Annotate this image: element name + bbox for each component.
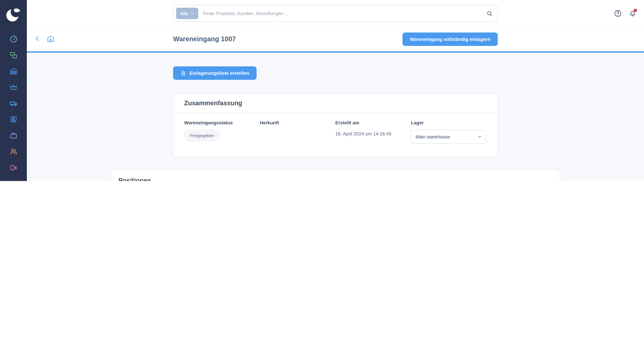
sidebar-item-marketing[interactable] xyxy=(0,176,27,181)
topbar-actions xyxy=(614,0,636,27)
chevron-down-icon xyxy=(190,11,194,15)
sidebar-item-shipping[interactable] xyxy=(0,95,27,111)
field-label: Herkunft xyxy=(260,120,333,125)
products-icon xyxy=(9,51,18,59)
sidebar-item-goods-receipt[interactable] xyxy=(0,79,27,95)
sidebar-item-dashboard[interactable] xyxy=(0,31,27,47)
global-search[interactable]: Alle xyxy=(173,5,498,22)
sidebar-item-warehouse[interactable] xyxy=(0,63,27,79)
search-icon xyxy=(486,10,493,16)
positions-card: Positionen Produktnummer Produktname Lie… xyxy=(111,170,560,181)
briefcase-icon xyxy=(9,131,18,140)
search-input[interactable] xyxy=(198,11,486,16)
sidebar-item-products[interactable] xyxy=(0,47,27,63)
goods-receipt-icon xyxy=(9,83,18,91)
summary-field-created: Erstellt am 16. April 2024 um 14:16:45 xyxy=(335,120,408,144)
field-label: Erstellt am xyxy=(335,120,408,125)
sidebar-item-content[interactable] xyxy=(0,160,27,176)
goods-receipt-home-button[interactable] xyxy=(46,35,55,43)
app-window: P Alle xyxy=(0,0,644,181)
search-scope-label: Alle xyxy=(180,11,188,16)
warehouse-icon xyxy=(9,67,18,75)
page-title: Wareneingang 1007 xyxy=(173,35,236,43)
smartbar: Wareneingang 1007 Wareneingang vollständ… xyxy=(27,27,644,53)
notification-dot xyxy=(634,9,637,12)
sidebar-item-pos[interactable] xyxy=(0,111,27,127)
help-button[interactable] xyxy=(614,9,622,17)
goods-receipt-home-icon xyxy=(46,35,55,43)
store-all-button[interactable]: Wareneingang vollständig einlagern xyxy=(402,32,498,46)
marketing-icon xyxy=(9,179,18,181)
field-label: Wareneingangsstatus xyxy=(184,120,257,125)
sidebar-item-jobs[interactable] xyxy=(0,127,27,143)
customers-icon xyxy=(9,147,18,156)
sidebar-item-customers[interactable] xyxy=(0,143,27,160)
create-putaway-list-button[interactable]: Einlagerungsliste erstellen xyxy=(173,66,256,80)
field-label: Lager xyxy=(411,120,487,125)
content-icon xyxy=(9,163,18,172)
sidebar: P xyxy=(0,0,27,181)
summary-fields: Wareneingangsstatus Freigegeben Herkunft… xyxy=(174,113,498,144)
dashboard-icon xyxy=(9,35,18,43)
shopware-logo-icon xyxy=(6,7,21,22)
pos-terminal-icon xyxy=(9,115,18,123)
summary-field-status: Wareneingangsstatus Freigegeben xyxy=(184,120,257,144)
positions-card-title: Positionen xyxy=(118,177,560,181)
store-all-button-label: Wareneingang vollständig einlagern xyxy=(410,36,490,42)
status-badge: Freigegeben xyxy=(184,130,220,141)
sidebar-nav xyxy=(0,31,27,181)
summary-field-origin: Herkunft xyxy=(260,120,333,144)
chevron-down-icon xyxy=(477,134,482,139)
main-content: Einlagerungsliste erstellen Zusammenfass… xyxy=(27,54,644,181)
back-button[interactable] xyxy=(33,35,42,43)
chevron-left-icon xyxy=(34,35,40,42)
summary-card: Zusammenfassung Wareneingangsstatus Frei… xyxy=(173,93,498,157)
shipping-truck-icon xyxy=(9,99,18,107)
summary-card-title: Zusammenfassung xyxy=(184,99,242,107)
help-icon xyxy=(614,9,622,17)
topbar: Alle xyxy=(27,0,644,27)
field-value: 16. April 2024 um 14:16:45 xyxy=(335,131,408,136)
document-list-icon xyxy=(180,70,186,76)
search-scope-dropdown[interactable]: Alle xyxy=(176,8,198,19)
warehouse-select-value: Main warehouse xyxy=(416,134,450,139)
notifications-button[interactable] xyxy=(628,9,636,17)
smartbar-nav xyxy=(33,27,55,51)
create-putaway-list-label: Einlagerungsliste erstellen xyxy=(190,70,249,76)
warehouse-select[interactable]: Main warehouse xyxy=(411,130,487,144)
summary-field-warehouse: Lager Main warehouse xyxy=(411,120,487,144)
